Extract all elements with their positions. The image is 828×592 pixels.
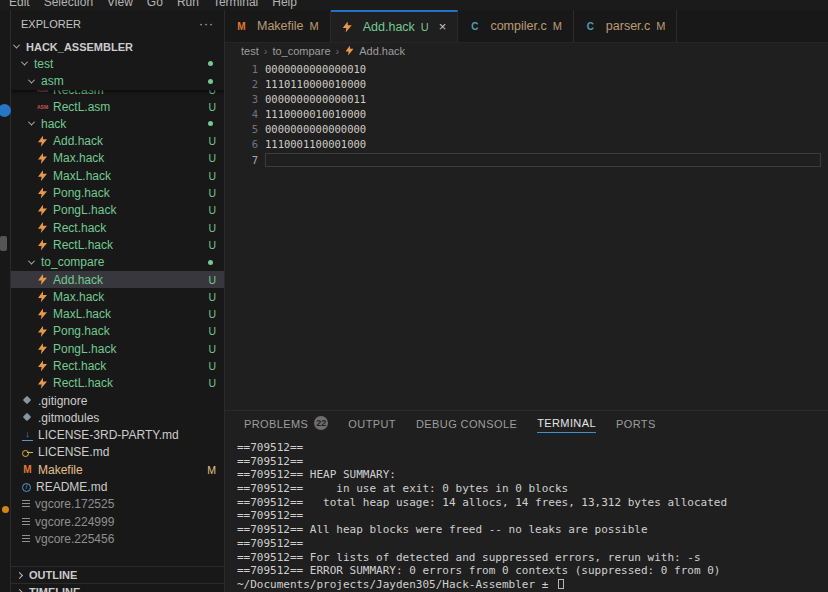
breadcrumb-item[interactable]: test xyxy=(241,45,259,57)
tree-item-rect-hack[interactable]: Rect.hackU xyxy=(11,357,224,374)
tree-item-label: .gitignore xyxy=(38,394,87,408)
tree-item-add-hack[interactable]: Add.hackU xyxy=(11,271,224,288)
section-outline[interactable]: OUTLINE xyxy=(11,566,224,583)
tree-item--gitmodules[interactable]: .gitmodules xyxy=(11,409,224,426)
hack-icon xyxy=(37,343,48,354)
menu-help[interactable]: Help xyxy=(265,0,304,9)
breadcrumb-file[interactable]: Add.hack xyxy=(344,45,405,57)
tab-makefile[interactable]: MMakefileM xyxy=(225,10,331,42)
line-number[interactable]: 7 xyxy=(225,153,265,168)
close-icon[interactable]: × xyxy=(439,22,447,32)
tree-item-license-md[interactable]: LICENSE.md xyxy=(11,444,224,461)
line-number[interactable]: 1 xyxy=(225,62,265,77)
tab-git-badge: U xyxy=(421,21,429,33)
tree-item-rect-asm[interactable]: ASMRect.asmU xyxy=(11,90,224,98)
sidebar-sections: OUTLINETIMELINE xyxy=(11,566,224,592)
terminal-prompt: ~/Documents/projects/Jayden305/Hack-Asse… xyxy=(237,578,828,592)
tree-item-license-3rd-party-md[interactable]: ↓LICENSE-3RD-PARTY.md xyxy=(11,427,224,444)
breadcrumb-file-label: Add.hack xyxy=(359,45,405,57)
terminal-line: ==709512== xyxy=(237,441,828,455)
section-timeline[interactable]: TIMELINE xyxy=(11,583,224,592)
terminal-line: ==709512== xyxy=(237,537,828,551)
menu-selection[interactable]: Selection xyxy=(37,0,100,9)
tree-item-max-hack[interactable]: Max.hackU xyxy=(11,150,224,167)
code-text: 0000000000000011 xyxy=(265,92,366,107)
menu-edit[interactable]: Edit xyxy=(2,0,37,9)
code-line[interactable]: 41110000010010000 xyxy=(225,107,828,122)
tree-item-rect-hack[interactable]: Rect.hackU xyxy=(11,219,224,236)
code-line[interactable]: 21110110000010000 xyxy=(225,77,828,92)
terminal-output[interactable]: ==709512== ==709512== ==709512== HEAP SU… xyxy=(225,435,828,592)
tree-item-test[interactable]: test xyxy=(11,55,224,72)
git-status-badge: M xyxy=(207,464,216,476)
panel-tab-problems[interactable]: PROBLEMS22 xyxy=(234,411,338,435)
tree-item-to-compare[interactable]: to_compare xyxy=(11,254,224,271)
line-number[interactable]: 5 xyxy=(225,122,265,137)
tree-item-vgcore-172525[interactable]: vgcore.172525 xyxy=(11,496,224,513)
tree-item-rectl-hack[interactable]: RectL.hackU xyxy=(11,236,224,253)
key-icon xyxy=(22,447,33,458)
menu-run[interactable]: Run xyxy=(170,0,206,9)
tree-item-asm[interactable]: asm xyxy=(11,73,224,90)
tab-label: Add.hack xyxy=(363,20,415,34)
tab-add-hack[interactable]: Add.hackU× xyxy=(331,10,459,42)
panel-tab-output[interactable]: OUTPUT xyxy=(338,411,406,435)
tab-git-badge: M xyxy=(553,20,562,32)
git-status-badge: U xyxy=(208,101,216,113)
binary-icon xyxy=(22,535,30,544)
tree-item-add-hack[interactable]: Add.hackU xyxy=(11,132,224,149)
tree-item-pong-hack[interactable]: Pong.hackU xyxy=(11,184,224,201)
line-number[interactable]: 2 xyxy=(225,77,265,92)
tree-item-rectl-asm[interactable]: ASMRectL.asmU xyxy=(11,98,224,115)
activity-bar[interactable] xyxy=(0,10,11,592)
tree-item-makefile[interactable]: MMakefileM xyxy=(11,461,224,478)
tree-item-label: Max.hack xyxy=(53,290,104,304)
hack-icon xyxy=(37,360,48,371)
tab-parser-c[interactable]: Cparser.cM xyxy=(574,10,678,42)
menu-terminal[interactable]: Terminal xyxy=(206,0,265,9)
tree-item-readme-md[interactable]: iREADME.md xyxy=(11,478,224,495)
code-line[interactable]: 61110001100001000 xyxy=(225,137,828,152)
menu-view[interactable]: View xyxy=(100,0,140,9)
code-line[interactable]: 10000000000000010 xyxy=(225,62,828,77)
breadcrumb-separator: › xyxy=(336,45,340,57)
panel-tab-terminal[interactable]: TERMINAL xyxy=(527,411,606,435)
hack-icon xyxy=(342,22,353,33)
tree-item-hack[interactable]: hack xyxy=(11,115,224,132)
activity-dot xyxy=(2,506,9,513)
code-line[interactable]: 7 xyxy=(225,153,828,168)
tree-item-rectl-hack[interactable]: RectL.hackU xyxy=(11,375,224,392)
line-number[interactable]: 3 xyxy=(225,92,265,107)
git-status-badge: U xyxy=(208,239,216,251)
line-number[interactable]: 4 xyxy=(225,107,265,122)
breadcrumb-item[interactable]: to_compare xyxy=(272,45,330,57)
tree-item-vgcore-224999[interactable]: vgcore.224999 xyxy=(11,513,224,530)
code-editor[interactable]: 1000000000000001021110110000010000300000… xyxy=(225,58,828,410)
code-line[interactable]: 50000000000000000 xyxy=(225,122,828,137)
tree-item-pong-hack[interactable]: Pong.hackU xyxy=(11,323,224,340)
line-number[interactable]: 6 xyxy=(225,137,265,152)
code-line[interactable]: 30000000000000011 xyxy=(225,92,828,107)
tree-item-vgcore-225456[interactable]: vgcore.225456 xyxy=(11,530,224,547)
tree-item-max-hack[interactable]: Max.hackU xyxy=(11,288,224,305)
panel-tab-ports[interactable]: PORTS xyxy=(606,411,666,435)
tree-item--gitignore[interactable]: .gitignore xyxy=(11,392,224,409)
code-text: 0000000000000010 xyxy=(265,62,366,77)
hack-icon xyxy=(37,188,48,199)
menu-go[interactable]: Go xyxy=(140,0,170,9)
git-status-badge: U xyxy=(208,204,216,216)
tree-item-maxl-hack[interactable]: MaxL.hackU xyxy=(11,305,224,322)
tree-item-maxl-hack[interactable]: MaxL.hackU xyxy=(11,167,224,184)
tab-compiler-c[interactable]: Ccompiler.cM xyxy=(458,10,573,42)
tree-item-hack-assembler[interactable]: HACK_ASSEMBLER xyxy=(11,38,224,55)
terminal-line: ==709512== ERROR SUMMARY: 0 errors from … xyxy=(237,564,828,578)
git-status-badge: U xyxy=(208,222,216,234)
vscode-window: EditSelectionViewGoRunTerminalHelp EXPLO… xyxy=(0,0,828,592)
tree-item-label: RectL.hack xyxy=(53,238,113,252)
hack-icon xyxy=(37,291,48,302)
explorer-actions-icon[interactable]: ··· xyxy=(199,17,214,31)
tree-item-pongl-hack[interactable]: PongL.hackU xyxy=(11,202,224,219)
tree-item-pongl-hack[interactable]: PongL.hackU xyxy=(11,340,224,357)
info-icon: i xyxy=(22,483,31,492)
panel-tab-debug-console[interactable]: DEBUG CONSOLE xyxy=(406,411,527,435)
